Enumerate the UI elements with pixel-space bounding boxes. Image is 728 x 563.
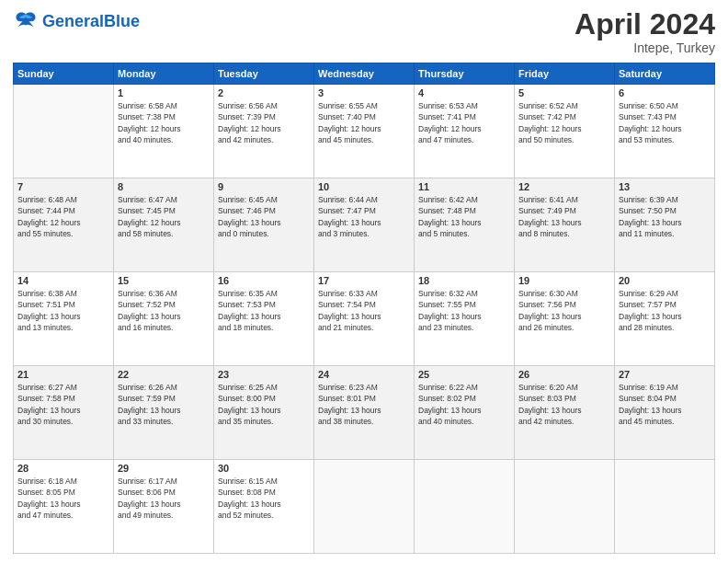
- day-number: 3: [318, 87, 410, 98]
- day-number: 9: [218, 181, 310, 192]
- cell-info: Sunrise: 6:36 AM Sunset: 7:52 PM Dayligh…: [118, 288, 210, 333]
- col-friday: Friday: [515, 63, 615, 85]
- day-number: 2: [218, 87, 310, 98]
- cell-info: Sunrise: 6:50 AM Sunset: 7:43 PM Dayligh…: [619, 100, 711, 145]
- cell-info: Sunrise: 6:15 AM Sunset: 8:08 PM Dayligh…: [218, 476, 310, 521]
- cell-info: Sunrise: 6:55 AM Sunset: 7:40 PM Dayligh…: [318, 100, 410, 145]
- table-row: 21Sunrise: 6:27 AM Sunset: 7:58 PM Dayli…: [14, 366, 114, 460]
- day-number: 25: [418, 369, 510, 380]
- calendar-week-row: 21Sunrise: 6:27 AM Sunset: 7:58 PM Dayli…: [14, 366, 715, 460]
- page: GeneralBlue April 2024 Intepe, Turkey Su…: [0, 0, 728, 563]
- table-row: 15Sunrise: 6:36 AM Sunset: 7:52 PM Dayli…: [114, 272, 214, 366]
- day-number: 19: [518, 275, 610, 286]
- cell-info: Sunrise: 6:48 AM Sunset: 7:44 PM Dayligh…: [17, 194, 109, 239]
- cell-info: Sunrise: 6:42 AM Sunset: 7:48 PM Dayligh…: [418, 194, 510, 239]
- table-row: 29Sunrise: 6:17 AM Sunset: 8:06 PM Dayli…: [114, 460, 214, 554]
- cell-info: Sunrise: 6:45 AM Sunset: 7:46 PM Dayligh…: [218, 194, 310, 239]
- day-number: 20: [619, 275, 711, 286]
- table-row: 14Sunrise: 6:38 AM Sunset: 7:51 PM Dayli…: [14, 272, 114, 366]
- table-row: [14, 85, 114, 178]
- cell-info: Sunrise: 6:32 AM Sunset: 7:55 PM Dayligh…: [418, 288, 510, 333]
- day-number: 12: [518, 181, 610, 192]
- table-row: 3Sunrise: 6:55 AM Sunset: 7:40 PM Daylig…: [314, 85, 415, 178]
- table-row: 1Sunrise: 6:58 AM Sunset: 7:38 PM Daylig…: [114, 85, 214, 178]
- table-row: 20Sunrise: 6:29 AM Sunset: 7:57 PM Dayli…: [615, 272, 715, 366]
- table-row: 22Sunrise: 6:26 AM Sunset: 7:59 PM Dayli…: [114, 366, 214, 460]
- day-number: 14: [17, 275, 109, 286]
- cell-info: Sunrise: 6:58 AM Sunset: 7:38 PM Dayligh…: [118, 100, 210, 145]
- day-number: 17: [318, 275, 410, 286]
- calendar-week-row: 28Sunrise: 6:18 AM Sunset: 8:05 PM Dayli…: [14, 460, 715, 554]
- cell-info: Sunrise: 6:33 AM Sunset: 7:54 PM Dayligh…: [318, 288, 410, 333]
- cell-info: Sunrise: 6:20 AM Sunset: 8:03 PM Dayligh…: [518, 382, 610, 427]
- cell-info: Sunrise: 6:27 AM Sunset: 7:58 PM Dayligh…: [17, 382, 109, 427]
- calendar-week-row: 1Sunrise: 6:58 AM Sunset: 7:38 PM Daylig…: [14, 85, 715, 178]
- table-row: 13Sunrise: 6:39 AM Sunset: 7:50 PM Dayli…: [615, 178, 715, 272]
- col-monday: Monday: [114, 63, 214, 85]
- calendar-week-row: 14Sunrise: 6:38 AM Sunset: 7:51 PM Dayli…: [14, 272, 715, 366]
- day-number: 8: [118, 181, 210, 192]
- logo-text: GeneralBlue: [42, 13, 140, 31]
- table-row: 16Sunrise: 6:35 AM Sunset: 7:53 PM Dayli…: [214, 272, 314, 366]
- table-row: 7Sunrise: 6:48 AM Sunset: 7:44 PM Daylig…: [14, 178, 114, 272]
- cell-info: Sunrise: 6:35 AM Sunset: 7:53 PM Dayligh…: [218, 288, 310, 333]
- table-row: [415, 460, 515, 554]
- header: GeneralBlue April 2024 Intepe, Turkey: [13, 9, 715, 55]
- cell-info: Sunrise: 6:25 AM Sunset: 8:00 PM Dayligh…: [218, 382, 310, 427]
- day-number: 16: [218, 275, 310, 286]
- logo-blue: Blue: [104, 12, 140, 30]
- table-row: 12Sunrise: 6:41 AM Sunset: 7:49 PM Dayli…: [515, 178, 615, 272]
- day-number: 24: [318, 369, 410, 380]
- day-number: 22: [118, 369, 210, 380]
- day-number: 5: [518, 87, 610, 98]
- col-tuesday: Tuesday: [214, 63, 314, 85]
- table-row: 27Sunrise: 6:19 AM Sunset: 8:04 PM Dayli…: [615, 366, 715, 460]
- col-saturday: Saturday: [615, 63, 715, 85]
- table-row: 4Sunrise: 6:53 AM Sunset: 7:41 PM Daylig…: [415, 85, 515, 178]
- day-number: 30: [218, 463, 310, 474]
- table-row: 28Sunrise: 6:18 AM Sunset: 8:05 PM Dayli…: [14, 460, 114, 554]
- table-row: 10Sunrise: 6:44 AM Sunset: 7:47 PM Dayli…: [314, 178, 415, 272]
- cell-info: Sunrise: 6:39 AM Sunset: 7:50 PM Dayligh…: [619, 194, 711, 239]
- cell-info: Sunrise: 6:56 AM Sunset: 7:39 PM Dayligh…: [218, 100, 310, 145]
- cell-info: Sunrise: 6:17 AM Sunset: 8:06 PM Dayligh…: [118, 476, 210, 521]
- day-number: 29: [118, 463, 210, 474]
- day-number: 15: [118, 275, 210, 286]
- day-number: 23: [218, 369, 310, 380]
- cell-info: Sunrise: 6:53 AM Sunset: 7:41 PM Dayligh…: [418, 100, 510, 145]
- day-number: 28: [17, 463, 109, 474]
- cell-info: Sunrise: 6:19 AM Sunset: 8:04 PM Dayligh…: [619, 382, 711, 427]
- day-number: 7: [17, 181, 109, 192]
- table-row: [314, 460, 415, 554]
- logo-general: General: [42, 12, 104, 30]
- table-row: 25Sunrise: 6:22 AM Sunset: 8:02 PM Dayli…: [415, 366, 515, 460]
- cell-info: Sunrise: 6:18 AM Sunset: 8:05 PM Dayligh…: [17, 476, 109, 521]
- calendar-table: Sunday Monday Tuesday Wednesday Thursday…: [13, 63, 715, 554]
- calendar-header-row: Sunday Monday Tuesday Wednesday Thursday…: [14, 63, 715, 85]
- table-row: 5Sunrise: 6:52 AM Sunset: 7:42 PM Daylig…: [515, 85, 615, 178]
- day-number: 18: [418, 275, 510, 286]
- table-row: 17Sunrise: 6:33 AM Sunset: 7:54 PM Dayli…: [314, 272, 415, 366]
- table-row: [515, 460, 615, 554]
- cell-info: Sunrise: 6:26 AM Sunset: 7:59 PM Dayligh…: [118, 382, 210, 427]
- col-thursday: Thursday: [415, 63, 515, 85]
- cell-info: Sunrise: 6:30 AM Sunset: 7:56 PM Dayligh…: [518, 288, 610, 333]
- table-row: 24Sunrise: 6:23 AM Sunset: 8:01 PM Dayli…: [314, 366, 415, 460]
- month-title: April 2024: [574, 9, 715, 39]
- day-number: 21: [17, 369, 109, 380]
- logo-bird-icon: [13, 9, 39, 35]
- location-subtitle: Intepe, Turkey: [574, 40, 715, 55]
- col-wednesday: Wednesday: [314, 63, 415, 85]
- day-number: 10: [318, 181, 410, 192]
- table-row: 2Sunrise: 6:56 AM Sunset: 7:39 PM Daylig…: [214, 85, 314, 178]
- cell-info: Sunrise: 6:38 AM Sunset: 7:51 PM Dayligh…: [17, 288, 109, 333]
- day-number: 6: [619, 87, 711, 98]
- table-row: 26Sunrise: 6:20 AM Sunset: 8:03 PM Dayli…: [515, 366, 615, 460]
- cell-info: Sunrise: 6:23 AM Sunset: 8:01 PM Dayligh…: [318, 382, 410, 427]
- cell-info: Sunrise: 6:41 AM Sunset: 7:49 PM Dayligh…: [518, 194, 610, 239]
- day-number: 1: [118, 87, 210, 98]
- title-block: April 2024 Intepe, Turkey: [574, 9, 715, 55]
- table-row: [615, 460, 715, 554]
- table-row: 19Sunrise: 6:30 AM Sunset: 7:56 PM Dayli…: [515, 272, 615, 366]
- cell-info: Sunrise: 6:52 AM Sunset: 7:42 PM Dayligh…: [518, 100, 610, 145]
